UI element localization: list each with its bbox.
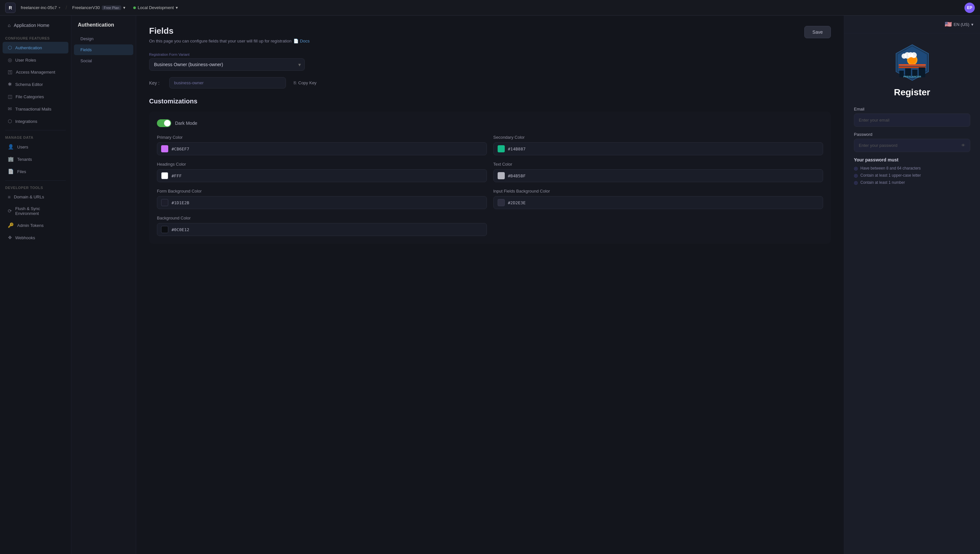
env-name: Local Development <box>138 5 174 10</box>
input-bg-color-input[interactable]: #2D2E3E <box>493 196 823 209</box>
sidebar-item-flush-sync[interactable]: ⟳ Flush & Sync Environment <box>3 203 68 219</box>
password-rule-3: ◎ Contain at least 1 number <box>854 180 970 185</box>
sidebar-item-users[interactable]: 👤 Users <box>3 141 68 153</box>
primary-color-field: Primary Color #CB6EF7 <box>157 135 487 155</box>
headings-color-input[interactable]: #FFF <box>157 169 487 182</box>
bg-color-label: Background Color <box>157 216 487 220</box>
sidebar-item-transactional-mails[interactable]: ✉ Transactional Mails <box>3 103 68 115</box>
sidebar-item-app-home[interactable]: ⌂ Application Home <box>3 19 68 31</box>
sidebar: ⌂ Application Home Configure Features ⬡ … <box>0 16 71 554</box>
text-color-value: #B4B5BF <box>508 174 526 178</box>
flush-sync-icon: ⟳ <box>8 208 12 214</box>
email-field-label: Email <box>854 107 970 111</box>
form-bg-color-value: #1D1E2B <box>172 201 189 205</box>
save-button[interactable]: Save <box>804 26 831 38</box>
sidebar-item-file-categories[interactable]: ◫ File Categories <box>3 91 68 102</box>
sidebar-item-domain-urls[interactable]: ≡ Domain & URLs <box>3 191 68 202</box>
form-bg-color-field: Form Background Color #1D1E2B <box>157 189 487 209</box>
variant-label: Registration Form Variant <box>149 53 831 56</box>
page-description: On this page you can configure fields th… <box>149 38 310 43</box>
docs-link[interactable]: 📄 Docs <box>293 38 310 43</box>
version-name: FreelancerV30 <box>72 5 100 10</box>
key-input[interactable] <box>169 77 286 89</box>
headings-color-field: Headings Color #FFF <box>157 162 487 182</box>
sidebar-item-webhooks[interactable]: ❖ Webhooks <box>3 232 68 244</box>
copy-icon: ⎘ <box>294 80 296 85</box>
access-management-icon: ⚿ <box>8 69 13 75</box>
password-rules: Your password must ◎ Have between 8 and … <box>854 157 970 185</box>
tenants-icon: 🏢 <box>8 156 14 162</box>
password-rule-2: ◎ Contain at least 1 upper-case letter <box>854 173 970 178</box>
home-icon: ⌂ <box>8 23 10 28</box>
password-rules-title: Your password must <box>854 157 970 162</box>
preview-panel: 🇺🇸 EN (US) ▾ <box>844 16 980 554</box>
authentication-icon: ⬡ <box>8 45 12 51</box>
subnav-item-design[interactable]: Design <box>74 33 133 44</box>
primary-color-input[interactable]: #CB6EF7 <box>157 142 487 155</box>
sidebar-item-integrations[interactable]: ⬡ Integrations <box>3 115 68 127</box>
bg-color-value: #0C0E12 <box>172 227 189 232</box>
content-area: Fields On this page you can configure fi… <box>136 16 844 554</box>
headings-color-swatch <box>161 172 168 179</box>
transactional-mails-icon: ✉ <box>8 106 12 112</box>
subnav-item-social[interactable]: Social <box>74 56 133 66</box>
sidebar-item-schema-editor[interactable]: ✱ Schema Editor <box>3 78 68 90</box>
sidebar-item-user-roles[interactable]: ◎ User Roles <box>3 54 68 66</box>
user-roles-icon: ◎ <box>8 57 12 63</box>
subnav-item-fields[interactable]: Fields <box>74 45 133 55</box>
dark-mode-toggle[interactable] <box>157 119 171 127</box>
password-field-label: Password <box>854 132 970 137</box>
integrations-icon: ⬡ <box>8 118 12 124</box>
env-selector[interactable]: Local Development ▾ <box>133 5 178 10</box>
subnav-title: Authentication <box>71 22 136 33</box>
variant-select[interactable]: Business Owner (business-owner) <box>149 58 305 71</box>
env-chevron-icon: ▾ <box>176 5 178 10</box>
text-color-input[interactable]: #B4B5BF <box>493 169 823 182</box>
form-variant-section: Registration Form Variant Business Owner… <box>149 53 831 71</box>
form-bg-color-label: Form Background Color <box>157 189 487 194</box>
input-bg-color-field: Input Fields Background Color #2D2E3E <box>493 189 823 209</box>
file-categories-icon: ◫ <box>8 94 12 100</box>
rule-3-icon: ◎ <box>854 180 858 185</box>
user-avatar[interactable]: EP <box>964 3 975 13</box>
preview-form: Email Enter your email Password Enter yo… <box>854 107 970 187</box>
bg-color-input[interactable]: #0C0E12 <box>157 223 487 236</box>
lang-chevron-icon: ▾ <box>971 22 974 27</box>
manage-data-section: Manage Data <box>0 133 71 141</box>
register-title: Register <box>894 87 930 97</box>
password-input-preview: Enter your password 👁 <box>854 139 970 152</box>
text-color-swatch <box>498 172 505 179</box>
topbar-right: EP <box>964 3 975 13</box>
sidebar-item-tenants[interactable]: 🏢 Tenants <box>3 153 68 165</box>
project-selector[interactable]: freelancer-inc-05c7 ▾ <box>21 5 60 10</box>
sidebar-item-access-management[interactable]: ⚿ Access Management <box>3 67 68 78</box>
version-selector[interactable]: FreelancerV30 Free Plan ▾ <box>72 5 126 10</box>
flag-icon: 🇺🇸 <box>945 21 952 28</box>
form-bg-color-input[interactable]: #1D1E2B <box>157 196 487 209</box>
bg-color-field: Background Color #0C0E12 <box>157 216 487 236</box>
version-chevron-icon: ▾ <box>123 5 126 10</box>
dark-mode-row: Dark Mode <box>157 119 823 127</box>
svg-text:FREELANCER: FREELANCER <box>903 75 921 78</box>
domain-urls-icon: ≡ <box>8 194 11 200</box>
env-status-dot <box>133 6 136 9</box>
primary-color-label: Primary Color <box>157 135 487 140</box>
sidebar-item-files[interactable]: 📄 Files <box>3 166 68 177</box>
project-name: freelancer-inc-05c7 <box>21 5 57 10</box>
app-logo: R <box>5 3 16 13</box>
input-bg-color-swatch <box>498 199 505 206</box>
svg-point-13 <box>911 52 917 58</box>
sidebar-item-admin-tokens[interactable]: 🔑 Admin Tokens <box>3 220 68 231</box>
form-bg-color-swatch <box>161 199 168 206</box>
secondary-color-value: #14B887 <box>508 146 526 151</box>
project-chevron-icon: ▾ <box>59 6 60 10</box>
secondary-color-input[interactable]: #14B887 <box>493 142 823 155</box>
rule-2-icon: ◎ <box>854 173 858 178</box>
sidebar-item-authentication[interactable]: ⬡ Authentication <box>3 42 68 54</box>
email-input-preview: Enter your email <box>854 113 970 127</box>
language-selector[interactable]: 🇺🇸 EN (US) ▾ <box>945 21 974 28</box>
customizations-section: Dark Mode Primary Color #CB6EF7 Secondar… <box>149 111 831 244</box>
page-header: Fields On this page you can configure fi… <box>149 26 831 43</box>
customizations-title: Customizations <box>149 97 831 105</box>
copy-key-button[interactable]: ⎘ Copy Key <box>290 78 320 88</box>
